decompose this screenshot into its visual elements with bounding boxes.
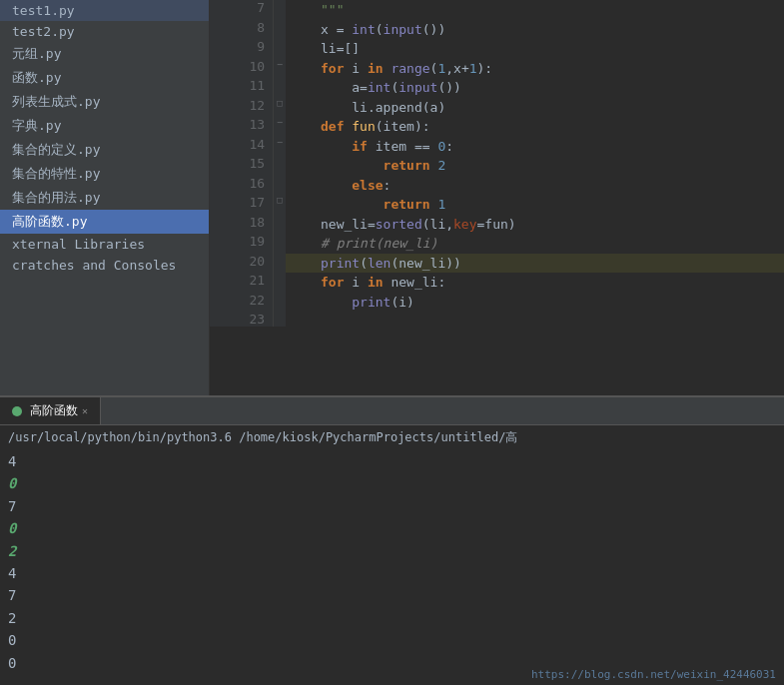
line-number: 14 — [210, 137, 274, 157]
fold-gutter: □ — [274, 195, 286, 215]
code-line: if item == 0: — [286, 137, 784, 157]
fold-gutter — [274, 0, 286, 20]
code-line: print(len(new_li)) — [286, 254, 784, 274]
line-number: 11 — [210, 78, 274, 98]
fold-gutter — [274, 293, 286, 313]
sidebar-item-test1[interactable]: test1.py — [0, 0, 209, 21]
table-row: 8 x = int(input()) — [210, 20, 784, 40]
code-line: """ — [286, 0, 784, 20]
sidebar-item-test2[interactable]: test2.py — [0, 21, 209, 42]
line-number: 16 — [210, 176, 274, 196]
fold-gutter — [274, 254, 286, 274]
bottom-tab-highfunc[interactable]: 高阶函数 ✕ — [0, 397, 101, 424]
sidebar-item-tuple[interactable]: 元组.py — [0, 42, 209, 66]
sidebar-item-ext-lib[interactable]: xternal Libraries — [0, 234, 209, 255]
table-row: 21 for i in new_li: — [210, 273, 784, 293]
line-number: 8 — [210, 20, 274, 40]
line-number: 10 — [210, 59, 274, 79]
table-row: 12 □ li.append(a) — [210, 98, 784, 118]
table-row: 14 − if item == 0: — [210, 137, 784, 157]
table-row: 15 return 2 — [210, 156, 784, 176]
bottom-tabs: 高阶函数 ✕ — [0, 397, 784, 425]
fold-gutter — [274, 78, 286, 98]
line-number: 19 — [210, 234, 274, 254]
output-line-9: 0 — [8, 629, 776, 651]
code-line: return 2 — [286, 156, 784, 176]
table-row: 17 □ return 1 — [210, 195, 784, 215]
output-line-4: 0 — [8, 517, 776, 539]
fold-gutter — [274, 20, 286, 40]
watermark: https://blog.csdn.net/weixin_42446031 — [531, 668, 776, 681]
sidebar-item-setdef[interactable]: 集合的定义.py — [0, 138, 209, 162]
code-line: else: — [286, 176, 784, 196]
fold-gutter — [274, 156, 286, 176]
bottom-panel: 高阶函数 ✕ /usr/local/python/bin/python3.6 /… — [0, 395, 784, 685]
output-line-2: 0 — [8, 472, 776, 494]
output-line-7: 7 — [8, 584, 776, 606]
code-line: a=int(input()) — [286, 78, 784, 98]
line-number: 18 — [210, 215, 274, 235]
fold-gutter — [274, 215, 286, 235]
tab-label: 高阶函数 — [30, 402, 78, 419]
fold-gutter — [274, 273, 286, 293]
tab-close-icon[interactable]: ✕ — [82, 405, 88, 416]
table-row: 7 """ — [210, 0, 784, 20]
table-row: 9 li=[] — [210, 39, 784, 59]
output-line-3: 7 — [8, 495, 776, 517]
sidebar-item-scratches[interactable]: cratches and Consoles — [0, 255, 209, 276]
sidebar-item-highfunc[interactable]: 高阶函数.py — [0, 210, 209, 234]
sidebar-item-dict[interactable]: 字典.py — [0, 114, 209, 138]
line-number: 13 — [210, 117, 274, 137]
table-row: 22 print(i) — [210, 293, 784, 313]
sidebar-item-func[interactable]: 函数.py — [0, 66, 209, 90]
code-line: print(i) — [286, 293, 784, 313]
code-line: x = int(input()) — [286, 20, 784, 40]
code-line: new_li=sorted(li,key=fun) — [286, 215, 784, 235]
table-row: 18 new_li=sorted(li,key=fun) — [210, 215, 784, 235]
run-icon — [12, 406, 22, 416]
code-line: for i in range(1,x+1): — [286, 59, 784, 79]
fold-gutter — [274, 176, 286, 196]
table-row: 10 − for i in range(1,x+1): — [210, 59, 784, 79]
output-line-6: 4 — [8, 562, 776, 584]
fold-gutter — [274, 312, 286, 327]
sidebar-item-listcomp[interactable]: 列表生成式.py — [0, 90, 209, 114]
fold-gutter — [274, 39, 286, 59]
code-table: 7 """ 8 x = int(input()) 9 li=[] — [210, 0, 784, 327]
code-line: li=[] — [286, 39, 784, 59]
table-row: 19 # print(new_li) — [210, 234, 784, 254]
table-row: 16 else: — [210, 176, 784, 196]
line-number: 9 — [210, 39, 274, 59]
code-line: def fun(item): — [286, 117, 784, 137]
output-line-1: 4 — [8, 450, 776, 472]
editor-area[interactable]: 7 """ 8 x = int(input()) 9 li=[] — [210, 0, 784, 395]
code-line: return 1 — [286, 195, 784, 215]
sidebar: test1.py test2.py 元组.py 函数.py 列表生成式.py 字… — [0, 0, 210, 395]
fold-gutter: − — [274, 137, 286, 157]
table-row: 13 − def fun(item): — [210, 117, 784, 137]
line-number: 21 — [210, 273, 274, 293]
fold-gutter: − — [274, 59, 286, 79]
code-line — [286, 312, 784, 327]
console-path: /usr/local/python/bin/python3.6 /home/ki… — [8, 429, 776, 446]
table-row: 20 print(len(new_li)) — [210, 254, 784, 274]
line-number: 15 — [210, 156, 274, 176]
fold-gutter: □ — [274, 98, 286, 118]
console-area: /usr/local/python/bin/python3.6 /home/ki… — [0, 425, 784, 685]
line-number: 22 — [210, 293, 274, 313]
output-line-8: 2 — [8, 607, 776, 629]
code-line: # print(new_li) — [286, 234, 784, 254]
output-line-5: 2 — [8, 540, 776, 562]
line-number: 23 — [210, 312, 274, 327]
fold-gutter: − — [274, 117, 286, 137]
code-line: li.append(a) — [286, 98, 784, 118]
table-row: 23 — [210, 312, 784, 327]
sidebar-item-setuse[interactable]: 集合的用法.py — [0, 186, 209, 210]
sidebar-item-setprop[interactable]: 集合的特性.py — [0, 162, 209, 186]
line-number: 17 — [210, 195, 274, 215]
line-number: 12 — [210, 98, 274, 118]
console-output: 4 0 7 0 2 4 7 2 0 0 — [8, 450, 776, 674]
code-line: for i in new_li: — [286, 273, 784, 293]
fold-gutter — [274, 234, 286, 254]
line-number: 7 — [210, 0, 274, 20]
